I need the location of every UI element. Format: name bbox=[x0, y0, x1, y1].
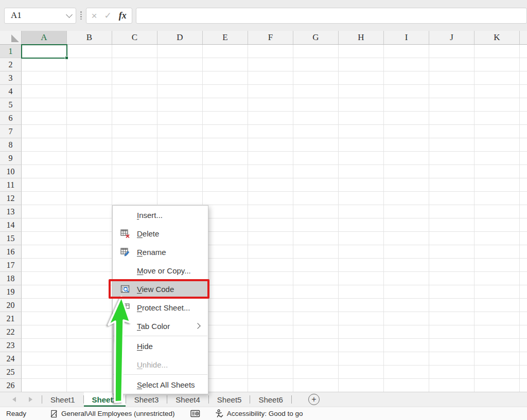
cell-C5[interactable] bbox=[112, 98, 157, 112]
cell-B22[interactable] bbox=[67, 325, 112, 339]
cell-G7[interactable] bbox=[293, 125, 339, 138]
cell-D6[interactable] bbox=[157, 112, 203, 125]
cell-G3[interactable] bbox=[293, 71, 339, 85]
cell-I19[interactable] bbox=[384, 285, 429, 299]
cell-H17[interactable] bbox=[339, 259, 384, 272]
row-header-3[interactable]: 3 bbox=[0, 71, 22, 85]
cell-A9[interactable] bbox=[22, 152, 67, 165]
cell-I6[interactable] bbox=[384, 112, 429, 125]
cell-A5[interactable] bbox=[22, 98, 67, 112]
cell-F10[interactable] bbox=[248, 165, 293, 178]
cell-B8[interactable] bbox=[67, 138, 112, 152]
cell-B25[interactable] bbox=[67, 366, 112, 379]
enter-icon[interactable]: ✓ bbox=[104, 11, 112, 20]
cell-F16[interactable] bbox=[248, 245, 293, 259]
cell-F9[interactable] bbox=[248, 152, 293, 165]
cell-K23[interactable] bbox=[475, 339, 520, 352]
cell-I25[interactable] bbox=[384, 366, 429, 379]
cell-A13[interactable] bbox=[22, 205, 67, 218]
cell-B17[interactable] bbox=[67, 259, 112, 272]
cell-E16[interactable] bbox=[203, 245, 248, 259]
cancel-icon[interactable]: × bbox=[92, 11, 97, 21]
column-header-F[interactable]: F bbox=[248, 31, 293, 44]
cell-I1[interactable] bbox=[384, 45, 429, 58]
cell-F21[interactable] bbox=[248, 312, 293, 325]
cell-I5[interactable] bbox=[384, 98, 429, 112]
menu-item-rename[interactable]: Rename bbox=[113, 243, 208, 261]
cell-A1[interactable] bbox=[22, 45, 67, 58]
cell-G14[interactable] bbox=[293, 218, 339, 232]
cell-A21[interactable] bbox=[22, 312, 67, 325]
next-sheet-icon[interactable] bbox=[29, 397, 32, 402]
column-header-G[interactable]: G bbox=[293, 31, 339, 44]
new-sheet-button[interactable]: + bbox=[308, 394, 320, 405]
accessibility-status[interactable]: Accessibility: Good to go bbox=[215, 409, 303, 418]
cell-K18[interactable] bbox=[475, 272, 520, 285]
cell-F11[interactable] bbox=[248, 178, 293, 192]
cell-K26[interactable] bbox=[475, 379, 520, 392]
cell-B12[interactable] bbox=[67, 192, 112, 205]
cell-K15[interactable] bbox=[475, 232, 520, 245]
name-box-dropdown-icon[interactable] bbox=[66, 11, 73, 18]
menu-item-move-or-copy[interactable]: Move or Copy... bbox=[113, 261, 208, 280]
cell-E19[interactable] bbox=[203, 285, 248, 299]
menu-item-protect-sheet[interactable]: Protect Sheet... bbox=[113, 298, 208, 317]
cell-G20[interactable] bbox=[293, 299, 339, 312]
cell-A14[interactable] bbox=[22, 218, 67, 232]
cell-G1[interactable] bbox=[293, 45, 339, 58]
cell-I18[interactable] bbox=[384, 272, 429, 285]
row-header-22[interactable]: 22 bbox=[0, 325, 22, 339]
row-header-24[interactable]: 24 bbox=[0, 352, 22, 366]
select-all-corner[interactable] bbox=[0, 31, 22, 44]
cell-H9[interactable] bbox=[339, 152, 384, 165]
cell-D5[interactable] bbox=[157, 98, 203, 112]
cell-E13[interactable] bbox=[203, 205, 248, 218]
cell-B10[interactable] bbox=[67, 165, 112, 178]
cell-B14[interactable] bbox=[67, 218, 112, 232]
cell-C7[interactable] bbox=[112, 125, 157, 138]
cell-K19[interactable] bbox=[475, 285, 520, 299]
cell-A19[interactable] bbox=[22, 285, 67, 299]
column-header-K[interactable]: K bbox=[475, 31, 520, 44]
cell-E9[interactable] bbox=[203, 152, 248, 165]
column-header-I[interactable]: I bbox=[384, 31, 429, 44]
cell-A17[interactable] bbox=[22, 259, 67, 272]
cell-G18[interactable] bbox=[293, 272, 339, 285]
cell-E11[interactable] bbox=[203, 178, 248, 192]
cell-D12[interactable] bbox=[157, 192, 203, 205]
cell-J8[interactable] bbox=[429, 138, 475, 152]
cell-G25[interactable] bbox=[293, 366, 339, 379]
menu-item-view-code[interactable]: View Code bbox=[113, 280, 208, 298]
cell-B18[interactable] bbox=[67, 272, 112, 285]
cell-J10[interactable] bbox=[429, 165, 475, 178]
cell-F4[interactable] bbox=[248, 85, 293, 98]
cell-J12[interactable] bbox=[429, 192, 475, 205]
cell-A22[interactable] bbox=[22, 325, 67, 339]
cell-G12[interactable] bbox=[293, 192, 339, 205]
cell-D8[interactable] bbox=[157, 138, 203, 152]
cell-B5[interactable] bbox=[67, 98, 112, 112]
cell-E1[interactable] bbox=[203, 45, 248, 58]
cell-H26[interactable] bbox=[339, 379, 384, 392]
row-header-13[interactable]: 13 bbox=[0, 205, 22, 218]
row-header-5[interactable]: 5 bbox=[0, 98, 22, 112]
sheet-tab-sheet1[interactable]: Sheet1 bbox=[42, 392, 83, 407]
cell-B7[interactable] bbox=[67, 125, 112, 138]
cell-C6[interactable] bbox=[112, 112, 157, 125]
cell-D9[interactable] bbox=[157, 152, 203, 165]
cell-F3[interactable] bbox=[248, 71, 293, 85]
cell-C2[interactable] bbox=[112, 58, 157, 71]
cell-F5[interactable] bbox=[248, 98, 293, 112]
cell-I26[interactable] bbox=[384, 379, 429, 392]
cell-E4[interactable] bbox=[203, 85, 248, 98]
cell-H19[interactable] bbox=[339, 285, 384, 299]
cell-F24[interactable] bbox=[248, 352, 293, 366]
cell-H5[interactable] bbox=[339, 98, 384, 112]
prev-sheet-icon[interactable] bbox=[12, 397, 16, 402]
cell-A2[interactable] bbox=[22, 58, 67, 71]
cell-A10[interactable] bbox=[22, 165, 67, 178]
row-header-16[interactable]: 16 bbox=[0, 245, 22, 259]
cell-F18[interactable] bbox=[248, 272, 293, 285]
cell-D2[interactable] bbox=[157, 58, 203, 71]
sheet-tab-sheet2[interactable]: Sheet2 bbox=[84, 392, 126, 407]
